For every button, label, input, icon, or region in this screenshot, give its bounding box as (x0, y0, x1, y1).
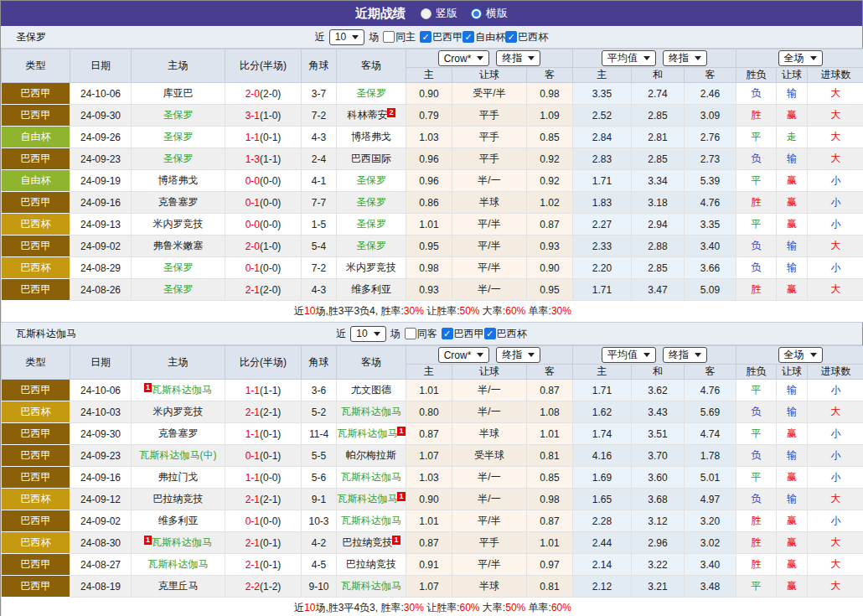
home-team-cell: 米内罗竞技 (132, 214, 225, 236)
half-time-score: (2-0) (260, 284, 281, 296)
match-row: 自由杯24-09-26圣保罗1-1(0-1)4-3博塔弗戈1.03平手0.852… (2, 127, 863, 148)
avg-away-cell: 5.01 (685, 467, 736, 489)
league-filter-checkbox[interactable]: ✓巴西杯 (505, 30, 548, 44)
odds-final-select[interactable]: 终指 (496, 347, 540, 363)
team-name: 圣保罗 (356, 196, 386, 208)
checkbox-checked-icon[interactable]: ✓ (505, 31, 517, 43)
horizontal-layout-radio[interactable]: 横版 (471, 6, 508, 21)
chevron-down-icon (810, 353, 817, 357)
odds-source-select[interactable]: Crow* (438, 347, 490, 363)
team-name: 维多利亚 (351, 283, 391, 295)
odds-away-cell: 0.93 (527, 236, 573, 257)
checkbox-unchecked-icon[interactable] (405, 328, 416, 339)
full-time-score: 2-1 (245, 494, 260, 505)
home-team-cell: 圣保罗 (132, 279, 225, 301)
odds-handicap-cell: 平手 (452, 532, 527, 554)
corners-cell: 11-4 (302, 423, 337, 445)
checkbox-checked-icon[interactable]: ✓ (463, 31, 474, 43)
radio-unchecked-icon[interactable] (421, 8, 432, 19)
outcome-wdl-cell: 负 (736, 148, 777, 170)
result-group-header: 全场 (736, 49, 863, 68)
odds-handicap-cell: 半/一 (452, 380, 527, 401)
result-scope-select[interactable]: 全场 (778, 347, 823, 363)
away-team-cell: 瓦斯科达伽马 (337, 467, 406, 489)
avg-draw-cell: 2.74 (632, 83, 685, 105)
match-date-cell: 24-09-16 (70, 192, 132, 214)
avg-home-cell: 1.71 (573, 380, 632, 401)
odds-home-cell: 1.07 (406, 445, 452, 467)
home-team-cell: 1瓦斯科达伽马 (132, 532, 225, 554)
odds-away-cell: 0.90 (527, 257, 573, 279)
odds-home-cell: 1.07 (406, 576, 452, 598)
league-type-cell: 巴西甲 (2, 279, 70, 301)
team-name: 圣保罗 (356, 240, 386, 251)
col-header-away: 客场 (337, 346, 406, 380)
checkbox-checked-icon[interactable]: ✓ (442, 328, 453, 339)
summary-segment: 50% (505, 602, 525, 613)
match-date-cell: 24-10-06 (70, 83, 132, 105)
team-name: 圣保罗 (163, 153, 194, 164)
vertical-layout-radio[interactable]: 竖版 (421, 6, 457, 21)
home-team-cell: 1瓦斯科达伽马 (132, 380, 225, 401)
avg-away-cell: 5.69 (685, 401, 736, 423)
avg-home-cell: 1.74 (573, 423, 632, 445)
league-filter-checkbox[interactable]: ✓巴西甲 (420, 30, 463, 44)
avg-source-select[interactable]: 平均值 (602, 347, 656, 363)
odds-group-header: Crow* 终指 (406, 49, 573, 68)
avg-away-cell: 3.09 (685, 105, 736, 127)
page-frame: 近期战绩 竖版 横版 圣保罗 近 10 场 (0, 0, 863, 616)
checkbox-checked-icon[interactable]: ✓ (484, 328, 496, 339)
avg-draw-cell: 2.96 (632, 532, 685, 554)
home-team-cell: 米内罗竞技 (132, 401, 225, 423)
odds-away-cell: 1.08 (527, 401, 573, 423)
col-header-odds-handicap: 让球 (452, 68, 527, 83)
odds-handicap-cell: 平/半 (452, 554, 527, 576)
red-card-badge: 1 (144, 536, 152, 545)
checkbox-unchecked-icon[interactable] (383, 31, 395, 43)
checkbox-checked-icon[interactable]: ✓ (420, 31, 432, 43)
team-name: 克鲁塞罗 (158, 196, 199, 208)
league-type-cell: 巴西甲 (2, 236, 70, 257)
league-type-cell: 巴西杯 (2, 257, 70, 279)
full-time-score: 2-1 (245, 559, 260, 571)
league-filter-checkbox[interactable]: ✓自由杯 (463, 30, 505, 44)
select-value: 终指 (502, 348, 522, 362)
avg-final-select[interactable]: 终指 (663, 347, 707, 363)
outcome-handicap-cell: 赢 (777, 214, 808, 236)
col-header-home: 主场 (132, 346, 225, 380)
odds-home-cell: 0.80 (406, 401, 452, 423)
away-team-cell: 科林蒂安2 (337, 105, 406, 127)
outcome-goals-cell: 小 (808, 192, 863, 214)
outcome-goals-cell: 大 (808, 576, 863, 598)
outcome-goals-cell: 大 (808, 236, 863, 257)
near-count-select[interactable]: 10 (350, 326, 385, 342)
team-name: 瓦斯科达伽马(中) (140, 449, 217, 461)
league-filter-checkbox[interactable]: ✓巴西杯 (484, 327, 527, 341)
team-name: 瓦斯科达伽马 (152, 536, 212, 548)
near-count-select[interactable]: 10 (329, 29, 364, 45)
league-filter-checkbox[interactable]: ✓巴西甲 (442, 327, 484, 341)
odds-handicap-cell: 半/一 (452, 401, 527, 423)
avg-draw-cell: 3.68 (632, 489, 685, 510)
odds-source-select[interactable]: Crow* (438, 50, 490, 66)
section-header: 圣保罗 近 10 场 同主 ✓巴西甲✓自由杯✓巴西杯 (1, 26, 862, 49)
select-value: Crow* (444, 349, 472, 361)
score-cell: 2-1(0-1) (225, 532, 302, 554)
match-date-cell: 24-09-26 (70, 127, 132, 148)
outcome-handicap-cell: 赢 (777, 192, 808, 214)
same-venue-filter[interactable]: 同主 (383, 30, 416, 44)
titlebar: 近期战绩 竖版 横版 (1, 1, 862, 26)
league-type-cell: 巴西杯 (2, 401, 70, 423)
chevron-down-icon (528, 353, 535, 357)
score-cell: 2-2(1-2) (225, 576, 302, 598)
full-time-score: 1-1 (245, 428, 260, 440)
outcome-wdl-cell: 负 (736, 489, 777, 510)
avg-source-select[interactable]: 平均值 (602, 50, 656, 66)
match-row: 巴西甲24-10-061瓦斯科达伽马1-1(1-1)3-6尤文图德1.01半/一… (2, 380, 863, 401)
avg-final-select[interactable]: 终指 (663, 50, 707, 66)
home-team-cell: 克鲁塞罗 (132, 192, 225, 214)
odds-final-select[interactable]: 终指 (496, 50, 540, 66)
result-scope-select[interactable]: 全场 (778, 50, 823, 66)
same-venue-filter[interactable]: 同客 (405, 327, 437, 341)
radio-checked-icon[interactable] (471, 8, 482, 19)
